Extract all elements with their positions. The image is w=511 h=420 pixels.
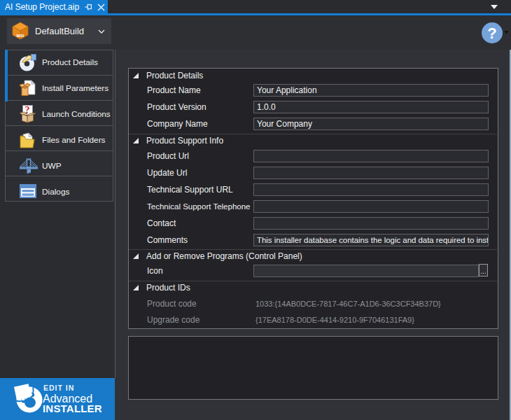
svg-text:MSI: MSI [16, 34, 24, 38]
